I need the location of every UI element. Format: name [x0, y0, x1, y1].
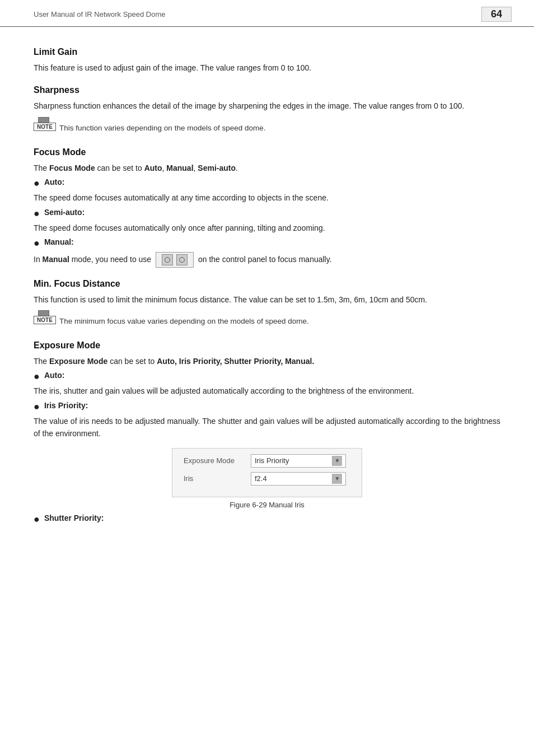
bullet-dot-shutter: ●	[34, 512, 40, 526]
select-text-exposure: Iris Priority	[255, 456, 332, 465]
section-exposure-mode: Exposure Mode The Exposure Mode can be s…	[34, 340, 500, 526]
heading-sharpness: Sharpness	[34, 85, 500, 95]
bullet-auto: ● Auto:	[34, 178, 500, 190]
section-limit-gain: Limit Gain This feature is used to adjus…	[34, 47, 500, 74]
note-text-min-focus: The minimum focus value varies depending…	[59, 310, 309, 327]
section-focus-mode: Focus Mode The Focus Mode can be set to …	[34, 147, 500, 268]
bullet-iris-label: Iris Priority:	[44, 401, 88, 410]
bullet-shutter-priority: ● Shutter Priority:	[34, 514, 500, 526]
header-title: User Manual of IR Network Speed Dome	[34, 10, 166, 18]
select-arrow-exposure[interactable]: ▼	[332, 456, 342, 466]
section-min-focus: Min. Focus Distance This function is use…	[34, 279, 500, 329]
form-label-iris: Iris	[184, 474, 251, 483]
form-row-iris: Iris f2.4 ▼	[184, 472, 350, 486]
form-select-exposure[interactable]: Iris Priority ▼	[251, 454, 346, 468]
bullet-dot-auto: ●	[34, 176, 40, 190]
exposure-iris-list: ● Iris Priority:	[34, 401, 500, 414]
heading-focus-mode: Focus Mode	[34, 147, 500, 157]
exposure-bullets: ● Auto:	[34, 371, 500, 384]
bullet-exposure-auto: ● Auto:	[34, 371, 500, 384]
para-min-focus: This function is used to limit the minim…	[34, 293, 500, 306]
focus-controls-widget[interactable]	[156, 252, 194, 268]
bullet-semi-auto: ● Semi-auto:	[34, 208, 500, 221]
para-semi-auto-text: The speed dome focuses automatically onl…	[34, 222, 500, 234]
bullet-manual: ● Manual:	[34, 237, 500, 250]
bullet-manual-label: Manual:	[44, 237, 74, 246]
bullet-exposure-auto-label: Auto:	[44, 371, 65, 380]
para-exposure-auto-text: The iris, shutter and gain values will b…	[34, 385, 500, 397]
para-sharpness: Sharpness function enhances the detail o…	[34, 100, 500, 112]
form-label-exposure: Exposure Mode	[184, 456, 251, 465]
bullet-semi-auto-label: Semi-auto:	[44, 208, 85, 217]
bullet-shutter-label: Shutter Priority:	[44, 514, 104, 522]
exposure-shutter-list: ● Shutter Priority:	[34, 514, 500, 526]
para-iris-text: The value of iris needs to be adjusted m…	[34, 415, 500, 440]
heading-min-focus: Min. Focus Distance	[34, 279, 500, 289]
section-sharpness: Sharpness Sharpness function enhances th…	[34, 85, 500, 136]
para-auto-text: The speed dome focuses automatically at …	[34, 192, 500, 204]
figure-manual-iris: Exposure Mode Iris Priority ▼ Iris f2.4 …	[34, 448, 500, 509]
note-min-focus: NOTE The minimum focus value varies depe…	[34, 310, 500, 329]
page-header: User Manual of IR Network Speed Dome 64	[0, 0, 534, 27]
focus-mode-bold: Focus Mode	[49, 164, 95, 172]
form-select-iris[interactable]: f2.4 ▼	[251, 472, 346, 486]
note-icon-min-focus: NOTE	[34, 310, 56, 329]
note-badge-min-focus: NOTE	[34, 316, 56, 324]
focus-mode-bullets: ● Auto:	[34, 178, 500, 190]
form-row-exposure-mode: Exposure Mode Iris Priority ▼	[184, 454, 350, 468]
para-limit-gain: This feature is used to adjust gain of t…	[34, 62, 500, 74]
heading-limit-gain: Limit Gain	[34, 47, 500, 57]
note-icon-sharpness: NOTE	[34, 117, 56, 136]
main-content: Limit Gain This feature is used to adjus…	[0, 27, 534, 554]
focus-semi-auto-list: ● Semi-auto:	[34, 208, 500, 221]
para-exposure-intro: The Exposure Mode can be set to Auto, Ir…	[34, 355, 500, 367]
focus-btn-minus[interactable]	[162, 254, 173, 265]
select-arrow-iris[interactable]: ▼	[332, 474, 342, 484]
bullet-auto-label: Auto:	[44, 178, 65, 186]
heading-exposure-mode: Exposure Mode	[34, 340, 500, 351]
bullet-dot-iris: ●	[34, 400, 40, 414]
note-sharpness: NOTE This function varies depending on t…	[34, 117, 500, 136]
focus-btn-plus[interactable]	[176, 254, 188, 265]
bullet-dot-exposure-auto: ●	[34, 370, 40, 384]
exposure-form: Exposure Mode Iris Priority ▼ Iris f2.4 …	[172, 448, 362, 497]
bullet-iris-priority: ● Iris Priority:	[34, 401, 500, 414]
bullet-dot-manual: ●	[34, 236, 40, 250]
note-badge-sharpness: NOTE	[34, 123, 56, 131]
select-text-iris: f2.4	[255, 474, 332, 483]
header-page-number: 64	[481, 7, 512, 22]
para-focus-intro: The Focus Mode can be set to Auto, Manua…	[34, 162, 500, 174]
para-manual-text: In Manual mode, you need to use on the c…	[34, 252, 500, 268]
page: User Manual of IR Network Speed Dome 64 …	[0, 0, 534, 756]
figure-caption: Figure 6-29 Manual Iris	[229, 501, 305, 509]
note-text-sharpness: This function varies depending on the mo…	[59, 117, 265, 134]
bullet-dot-semi-auto: ●	[34, 207, 40, 221]
focus-manual-list: ● Manual:	[34, 237, 500, 250]
